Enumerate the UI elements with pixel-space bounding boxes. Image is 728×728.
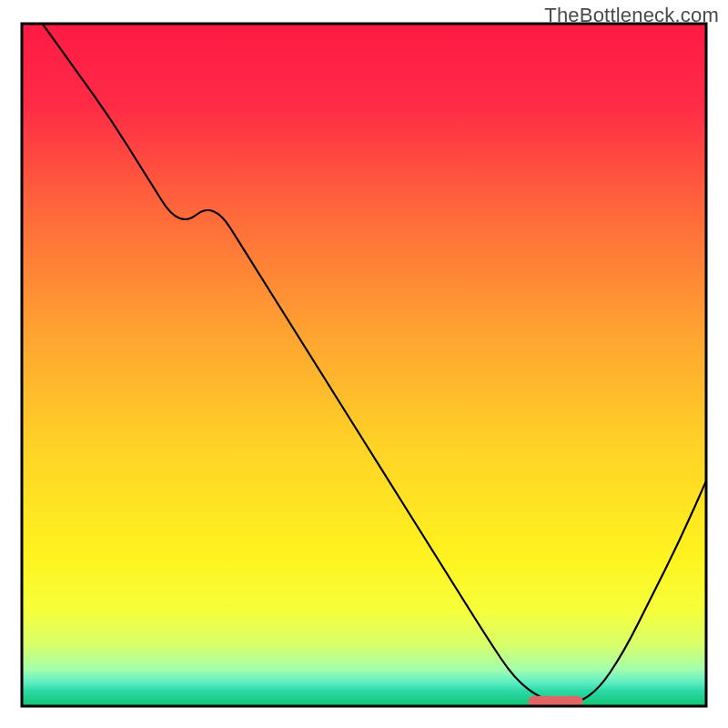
gradient-background (22, 24, 706, 706)
watermark-text: TheBottleneck.com (544, 4, 719, 27)
chart-svg (0, 0, 728, 728)
bottleneck-chart: TheBottleneck.com (0, 0, 728, 728)
